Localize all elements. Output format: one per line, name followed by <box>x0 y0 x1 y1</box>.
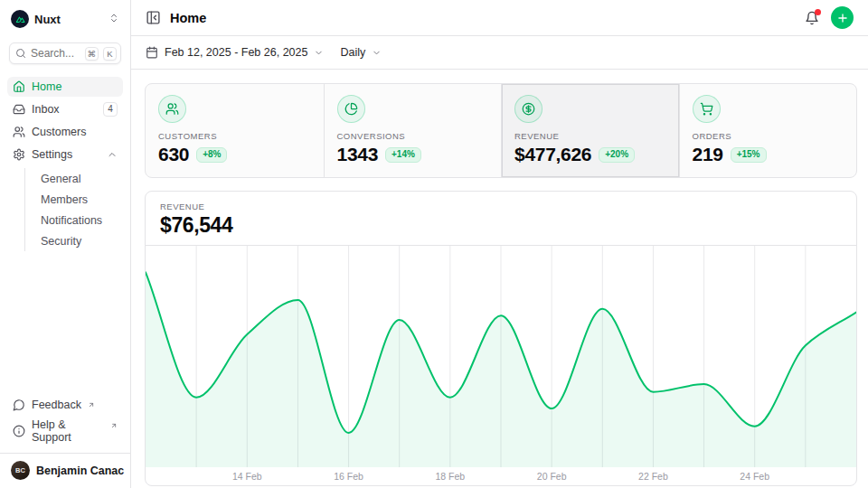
date-range-value: Feb 12, 2025 - Feb 26, 2025 <box>165 46 307 59</box>
sidebar-item-label: Home <box>32 80 61 93</box>
chevron-up-icon <box>107 149 118 160</box>
nuxt-logo-icon <box>11 10 29 28</box>
inbox-icon <box>13 103 25 116</box>
stat-card-conversions[interactable]: CONVERSIONS 1343 +14% <box>324 84 502 177</box>
chart-header: REVENUE $76,544 <box>146 192 856 246</box>
chart-x-axis: 14 Feb16 Feb18 Feb20 Feb22 Feb24 Feb <box>146 467 856 485</box>
chevron-down-icon <box>372 48 382 58</box>
sidebar-item-customers[interactable]: Customers <box>7 122 123 142</box>
inbox-count-badge: 4 <box>103 102 118 117</box>
filters-toolbar: Feb 12, 2025 - Feb 26, 2025 Daily <box>131 36 868 70</box>
notification-dot <box>815 9 821 15</box>
stat-value: 630 <box>158 144 189 165</box>
revenue-chart-card: REVENUE $76,544 14 Feb16 Feb18 Feb20 Feb… <box>145 191 857 486</box>
x-tick-label: 22 Feb <box>638 471 668 482</box>
kbd-cmd: ⌘ <box>85 47 99 61</box>
chart-pie-icon <box>337 95 365 123</box>
x-tick-label: 16 Feb <box>334 471 363 482</box>
sidebar-item-inbox[interactable]: Inbox 4 <box>7 99 123 119</box>
sidebar: Nuxt ⌘ K Home Inb <box>0 0 131 488</box>
chevron-down-icon <box>314 48 324 58</box>
sidebar-item-settings[interactable]: Settings <box>7 145 123 164</box>
stat-value: $477,626 <box>514 144 591 165</box>
feedback-link[interactable]: Feedback <box>7 395 123 414</box>
add-button[interactable] <box>831 6 854 29</box>
home-icon <box>13 80 25 93</box>
x-tick-label: 18 Feb <box>435 471 465 482</box>
gear-icon <box>13 148 25 161</box>
stat-card-customers[interactable]: CUSTOMERS 630 +8% <box>146 84 324 177</box>
external-link-icon <box>88 399 95 411</box>
page-title: Home <box>170 11 206 25</box>
user-name: Benjamin Canac <box>36 465 124 477</box>
sidebar-item-label: Customers <box>32 126 86 138</box>
stat-label: CONVERSIONS <box>337 131 489 141</box>
delta-badge: +14% <box>385 147 421 163</box>
info-circle-icon <box>13 425 25 437</box>
sidebar-item-home[interactable]: Home <box>7 77 123 97</box>
delta-badge: +15% <box>731 147 767 163</box>
top-header: Home <box>131 0 868 36</box>
workspace-name: Nuxt <box>34 13 61 26</box>
period-select[interactable]: Daily <box>340 46 382 59</box>
feedback-label: Feedback <box>32 399 81 411</box>
stat-label: ORDERS <box>693 131 844 141</box>
sidebar-footer-links: Feedback Help & Support <box>7 395 123 453</box>
shopping-cart-icon <box>693 95 721 123</box>
settings-sub-list: General Members Notifications Security <box>24 168 123 251</box>
sidebar-item-security[interactable]: Security <box>25 230 123 251</box>
sidebar-item-label: Inbox <box>32 103 60 116</box>
chart-series-label: REVENUE <box>160 202 842 211</box>
delta-badge: +8% <box>196 147 227 163</box>
help-support-link[interactable]: Help & Support <box>7 416 123 446</box>
x-tick-label: 24 Feb <box>740 471 769 482</box>
stat-value: 1343 <box>337 144 379 165</box>
help-support-label: Help & Support <box>32 418 104 444</box>
user-menu[interactable]: BC Benjamin Canac <box>0 453 130 488</box>
x-tick-label: 14 Feb <box>232 471 262 482</box>
area-chart-svg <box>146 246 856 467</box>
stat-card-revenue[interactable]: REVENUE $477,626 +20% <box>501 84 679 177</box>
sidebar-item-general[interactable]: General <box>25 168 123 189</box>
plus-icon <box>836 12 849 24</box>
users-icon <box>158 95 186 123</box>
dashboard-app: Nuxt ⌘ K Home Inb <box>0 0 868 488</box>
chart-current-value: $76,544 <box>160 213 842 238</box>
panel-left-close-icon[interactable] <box>146 10 161 25</box>
main-area: Home Feb 12, 2025 - Feb 26, 2025 <box>131 0 868 488</box>
avatar: BC <box>11 461 30 480</box>
sidebar-item-members[interactable]: Members <box>25 189 123 210</box>
stat-label: CUSTOMERS <box>158 131 311 141</box>
kbd-k: K <box>103 47 117 61</box>
search-field[interactable] <box>31 47 78 60</box>
sidebar-item-label: Settings <box>32 148 72 161</box>
users-icon <box>13 126 25 138</box>
stat-value: 219 <box>693 144 723 165</box>
date-range-picker[interactable]: Feb 12, 2025 - Feb 26, 2025 <box>146 46 324 59</box>
delta-badge: +20% <box>599 147 635 163</box>
search-input[interactable]: ⌘ K <box>9 42 121 64</box>
revenue-area-chart[interactable] <box>146 246 856 467</box>
external-link-icon <box>110 419 118 432</box>
workspace-switcher[interactable]: Nuxt <box>7 7 123 31</box>
search-icon <box>15 48 26 59</box>
sidebar-nav: Home Inbox 4 Customers Settings <box>7 77 123 251</box>
stats-grid: CUSTOMERS 630 +8% CONVERSIONS 1343 +14% <box>145 83 857 178</box>
content: CUSTOMERS 630 +8% CONVERSIONS 1343 +14% <box>131 70 868 488</box>
sidebar-item-notifications[interactable]: Notifications <box>25 210 123 230</box>
period-value: Daily <box>340 46 365 59</box>
chevrons-up-down-icon <box>108 13 119 26</box>
stat-card-orders[interactable]: ORDERS 219 +15% <box>679 84 857 177</box>
stat-label: REVENUE <box>514 131 666 141</box>
notifications-button[interactable] <box>805 11 819 25</box>
message-circle-icon <box>13 399 25 411</box>
x-tick-label: 20 Feb <box>537 471 567 482</box>
calendar-icon <box>146 46 158 59</box>
circle-dollar-icon <box>514 95 542 123</box>
